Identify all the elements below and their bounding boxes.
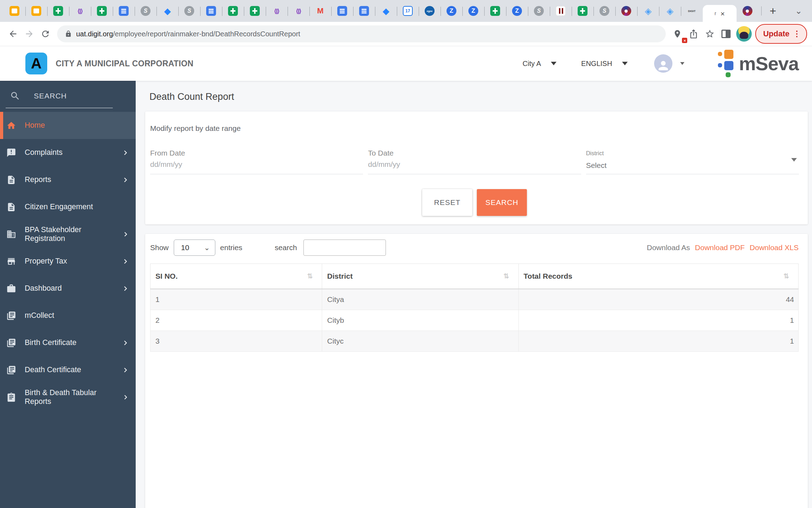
sort-icon[interactable]: ⇅ (307, 272, 313, 280)
pinned-tab-jira-diamond[interactable] (375, 0, 397, 22)
search-button[interactable]: SEARCH (477, 189, 527, 216)
sidebar-item-citizen-engagement[interactable]: Citizen Engagement (0, 193, 136, 220)
sidebar-item-bpa-stakeholder-registration[interactable]: BPA Stakeholder Registration (0, 220, 136, 248)
back-button[interactable] (5, 26, 21, 42)
pinned-tab-google-docs[interactable] (331, 0, 353, 22)
pinned-tab-gmail[interactable] (309, 0, 331, 22)
page-size-select[interactable]: 10 ⌄ (174, 240, 215, 256)
column-header-district[interactable]: District⇅ (322, 264, 518, 289)
side-panel-icon (721, 30, 731, 38)
sidebar-search-label: SEARCH (34, 92, 67, 100)
new-tab-button[interactable]: + (764, 2, 781, 19)
sidebar-item-birth-certificate[interactable]: Birth Certificate (0, 329, 136, 356)
location-blocked-badge: × (682, 38, 687, 43)
sidebar-item-property-tax[interactable]: Property Tax (0, 248, 136, 275)
sidebar-search[interactable]: SEARCH (6, 85, 113, 108)
forward-button[interactable] (21, 26, 37, 42)
pinned-tab-maroon-bars[interactable] (550, 0, 572, 22)
table-search-label: search (275, 243, 297, 252)
pinned-tab-google-slides[interactable] (25, 0, 47, 22)
sidebar-item-label: Citizen Engagement (25, 202, 93, 211)
sidebar-item-birth-death-tabular-reports[interactable]: Birth & Death Tabular Reports (0, 383, 136, 411)
sidebar-item-mcollect[interactable]: mCollect (0, 302, 136, 329)
sort-icon[interactable]: ⇅ (504, 272, 509, 280)
pinned-tab-blue-gem[interactable] (637, 0, 659, 22)
pinned-tab-google-sheets[interactable] (484, 0, 506, 22)
pinned-tab-google-slides[interactable] (4, 0, 25, 22)
sidebar-item-label: Complaints (25, 148, 63, 157)
pinned-tab-egov[interactable] (419, 0, 441, 22)
pinned-tab-globe[interactable] (528, 0, 550, 22)
browser-menu-icon[interactable]: ⋮ (793, 30, 801, 38)
table-cell: Cityb (322, 310, 518, 331)
forward-icon (24, 29, 34, 39)
caret-down-icon[interactable] (680, 62, 684, 65)
pinned-tab-google-sheets[interactable] (572, 0, 593, 22)
pinned-tab-google-sheets[interactable] (222, 0, 244, 22)
pinned-tab-globe[interactable] (178, 0, 200, 22)
pinned-tab-red-swirl[interactable] (737, 0, 758, 22)
table-cell: 44 (518, 289, 798, 310)
home-icon (6, 121, 16, 131)
to-date-field[interactable]: To Date dd/mm/yy (368, 149, 581, 174)
pinned-tab-jira-diamond[interactable] (156, 0, 178, 22)
pinned-tab-zimbra[interactable] (506, 0, 528, 22)
tab-search-icon[interactable]: ⌄ (795, 6, 802, 16)
sidebar-item-label: Property Tax (25, 257, 67, 266)
table-cell: Citya (322, 289, 518, 310)
sidebar-item-label: Dashboard (25, 284, 62, 293)
report-filter-card: Modify report by date range From Date dd… (145, 111, 808, 224)
pinned-tab-zimbra[interactable] (462, 0, 484, 22)
pinned-tab-code-brackets[interactable] (69, 0, 91, 22)
report-table: SI NO.⇅District⇅Total Records⇅ 1Citya442… (150, 264, 799, 352)
active-tab[interactable]: r × (703, 5, 737, 22)
pinned-tab-digit[interactable] (681, 0, 703, 22)
language-selector[interactable]: ENGLISH (581, 60, 628, 68)
reload-icon (41, 29, 50, 39)
user-avatar[interactable] (654, 54, 672, 73)
pinned-tab-google-sheets[interactable] (47, 0, 69, 22)
address-bar[interactable]: uat.digit.org/employee/report/rainmaker-… (57, 25, 666, 42)
column-header-si-no[interactable]: SI NO.⇅ (150, 264, 322, 289)
close-icon[interactable]: × (720, 10, 725, 17)
mseva-dots-icon (718, 50, 736, 77)
browser-profile-avatar[interactable] (736, 26, 752, 42)
pinned-tab-google-docs[interactable] (353, 0, 375, 22)
pinned-tab-zimbra[interactable] (441, 0, 462, 22)
share-button[interactable] (685, 26, 702, 42)
zimbra-favicon (512, 6, 522, 16)
column-header-total-records[interactable]: Total Records⇅ (518, 264, 798, 289)
pinned-tab-google-sheets[interactable] (91, 0, 113, 22)
pinned-tab-google-docs[interactable] (200, 0, 222, 22)
pinned-tab-google-sheets[interactable] (244, 0, 266, 22)
chrome-update-button[interactable]: Update ⋮ (755, 24, 807, 44)
side-panel-button[interactable] (718, 26, 734, 42)
reset-button[interactable]: RESET (422, 189, 472, 216)
reload-button[interactable] (37, 26, 54, 42)
pinned-tab-code-brackets[interactable] (266, 0, 288, 22)
entries-label: entries (220, 243, 242, 252)
from-date-field[interactable]: From Date dd/mm/yy (150, 149, 363, 174)
sort-icon[interactable]: ⇅ (783, 272, 789, 280)
pinned-tab-google-calendar[interactable] (397, 0, 419, 22)
pinned-tab-globe[interactable] (593, 0, 615, 22)
download-pdf-link[interactable]: Download PDF (695, 243, 745, 252)
district-select[interactable]: District Select (586, 149, 799, 174)
pinned-tab-globe[interactable] (135, 0, 156, 22)
pinned-tab-code-brackets[interactable] (288, 0, 309, 22)
pinned-tab-google-docs[interactable] (113, 0, 135, 22)
download-xls-link[interactable]: Download XLS (750, 243, 799, 252)
sidebar-item-home[interactable]: Home (0, 112, 136, 139)
pinned-tab-blue-gem[interactable] (659, 0, 681, 22)
pinned-tab-red-swirl[interactable] (615, 0, 637, 22)
sidebar-item-death-certificate[interactable]: Death Certificate (0, 356, 136, 383)
sidebar-item-complaints[interactable]: Complaints (0, 139, 136, 166)
location-permission-button[interactable]: × (669, 26, 685, 42)
city-selector[interactable]: City A (523, 60, 556, 68)
sidebar-item-label: Birth Certificate (25, 338, 76, 347)
sidebar-item-dashboard[interactable]: Dashboard (0, 275, 136, 302)
table-search-input[interactable] (303, 240, 386, 256)
sidebar-item-reports[interactable]: Reports (0, 166, 136, 193)
bookmark-button[interactable] (702, 26, 718, 42)
document-icon (6, 202, 16, 212)
